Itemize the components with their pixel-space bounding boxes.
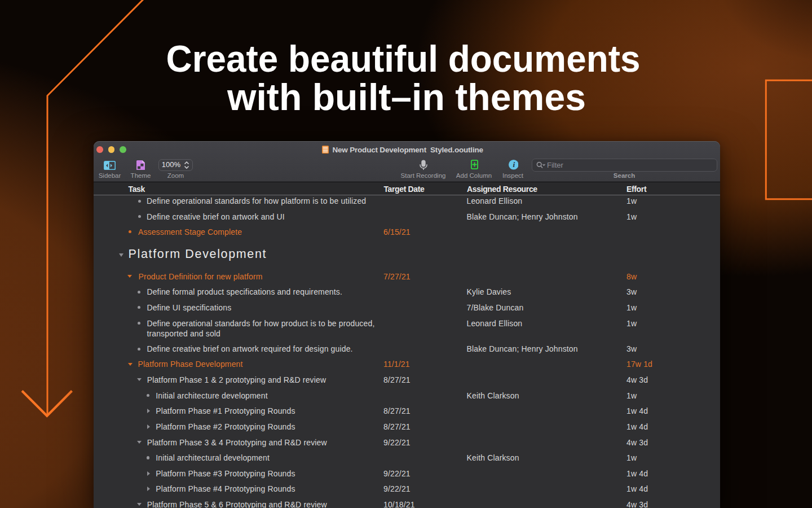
svg-text:i: i (513, 160, 515, 169)
